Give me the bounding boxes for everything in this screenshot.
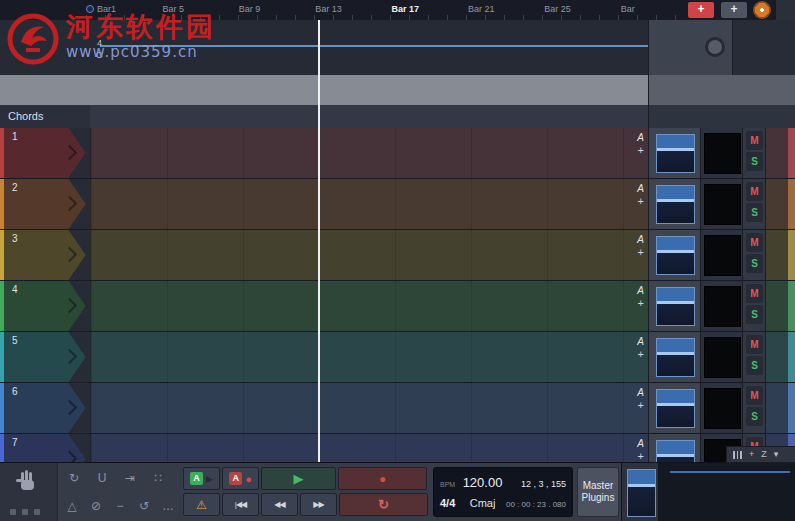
precount-icon[interactable]: ⊘ bbox=[84, 494, 108, 518]
autopunch-play-button[interactable]: A ▶ bbox=[183, 467, 220, 490]
track-fader[interactable] bbox=[656, 389, 695, 428]
solo-button[interactable]: S bbox=[746, 203, 763, 222]
track-header[interactable]: 6 bbox=[4, 383, 90, 433]
track-lane[interactable] bbox=[90, 179, 649, 229]
follow-icon[interactable]: ∷ bbox=[144, 466, 172, 490]
forward-button[interactable]: ▶▶ bbox=[300, 493, 337, 516]
play-glyph-icon: ▶ bbox=[206, 474, 213, 484]
add-automation-button[interactable]: + bbox=[638, 145, 644, 155]
undo-icon[interactable]: ↺ bbox=[132, 494, 156, 518]
add-automation-button[interactable]: + bbox=[638, 349, 644, 359]
watermark: 河东软件园 www.pc0359.cn bbox=[6, 12, 216, 66]
autoscroll-icon[interactable]: ⇥ bbox=[116, 466, 144, 490]
add-automation-button[interactable]: + bbox=[638, 298, 644, 308]
magnet-icon[interactable]: U bbox=[88, 466, 116, 490]
solo-button[interactable]: S bbox=[746, 407, 763, 426]
track-fader[interactable] bbox=[656, 440, 695, 462]
automation-label[interactable]: A bbox=[637, 133, 644, 143]
autopunch-record-button[interactable]: A ● bbox=[222, 467, 259, 490]
track-header[interactable]: 4 bbox=[4, 281, 90, 331]
chords-track-header[interactable]: Chords bbox=[0, 105, 90, 128]
add-automation-button[interactable]: + bbox=[638, 400, 644, 410]
mute-button[interactable]: M bbox=[746, 233, 763, 252]
track-lane[interactable] bbox=[90, 434, 649, 462]
transport-bar: ↻ U ⇥ ∷ △ ⊘ − ↺ … A ▶ A ● bbox=[0, 462, 795, 521]
rewind-button[interactable]: ◀◀ bbox=[261, 493, 298, 516]
track-header[interactable]: 5 bbox=[4, 332, 90, 382]
loop-button[interactable]: ↻ bbox=[339, 493, 428, 516]
track-lane[interactable] bbox=[90, 281, 649, 331]
track-fader[interactable] bbox=[656, 338, 695, 377]
track-lane[interactable] bbox=[90, 332, 649, 382]
add-automation-button[interactable]: + bbox=[638, 451, 644, 461]
track-fader-cell bbox=[648, 281, 701, 331]
mute-button[interactable]: M bbox=[746, 131, 763, 150]
mute-solo-cell: M S bbox=[742, 281, 766, 331]
solo-button[interactable]: S bbox=[746, 305, 763, 324]
track-fader[interactable] bbox=[656, 287, 695, 326]
track-edge-strip bbox=[788, 332, 795, 382]
track-lane[interactable] bbox=[90, 383, 649, 433]
key-signature[interactable]: Cmaj bbox=[470, 497, 496, 509]
track-row: 4 A + M S bbox=[0, 281, 795, 332]
mute-solo-cell: M S bbox=[742, 383, 766, 433]
zoom-in-button[interactable]: + bbox=[749, 448, 754, 461]
automation-label[interactable]: A bbox=[637, 337, 644, 347]
solo-button[interactable]: S bbox=[746, 356, 763, 375]
track-lane[interactable] bbox=[90, 230, 649, 280]
mute-button[interactable]: M bbox=[746, 386, 763, 405]
tool-mini-icons[interactable] bbox=[10, 509, 40, 515]
track-header[interactable]: 7 bbox=[4, 434, 90, 462]
mute-solo-cell: M S bbox=[742, 332, 766, 382]
time-display[interactable]: 00 : 00 : 23 . 080 bbox=[506, 500, 566, 509]
timeline-overview[interactable] bbox=[0, 75, 795, 106]
track-meter-cell bbox=[765, 230, 789, 280]
hand-tool-icon[interactable] bbox=[13, 469, 41, 495]
track-number: 1 bbox=[12, 131, 18, 142]
add-button[interactable]: + bbox=[721, 2, 747, 18]
add-automation-button[interactable]: + bbox=[638, 196, 644, 206]
zoom-z-button[interactable]: Z bbox=[761, 448, 767, 461]
play-button[interactable]: ▶ bbox=[261, 467, 336, 490]
automation-label[interactable]: A bbox=[637, 184, 644, 194]
record-button[interactable]: ● bbox=[338, 467, 427, 490]
track-display-cell bbox=[700, 128, 743, 178]
track-header[interactable]: 2 bbox=[4, 179, 90, 229]
refresh-icon[interactable]: ↻ bbox=[60, 466, 88, 490]
mute-button[interactable]: M bbox=[746, 182, 763, 201]
add-automation-button[interactable]: + bbox=[638, 247, 644, 257]
playhead[interactable] bbox=[318, 20, 320, 462]
master-plugins-button[interactable]: Master Plugins bbox=[577, 467, 619, 517]
zoom-bars-icon[interactable] bbox=[733, 451, 742, 459]
add-track-button[interactable]: + bbox=[688, 2, 714, 18]
solo-button[interactable]: S bbox=[746, 254, 763, 273]
track-meter-cell bbox=[765, 281, 789, 331]
master-fader[interactable] bbox=[627, 469, 656, 517]
track-display-cell bbox=[700, 179, 743, 229]
mute-button[interactable]: M bbox=[746, 335, 763, 354]
chevron-down-icon[interactable]: ▾ bbox=[774, 448, 779, 461]
automation-label[interactable]: A bbox=[637, 286, 644, 296]
target-icon[interactable] bbox=[705, 37, 725, 57]
precount-warning-button[interactable]: ⚠ bbox=[183, 493, 220, 516]
record-monitor-icon[interactable] bbox=[753, 1, 771, 19]
return-to-start-button[interactable]: |◀◀ bbox=[222, 493, 259, 516]
track-lane[interactable] bbox=[90, 128, 649, 178]
automation-label[interactable]: A bbox=[637, 439, 644, 449]
solo-button[interactable]: S bbox=[746, 152, 763, 171]
track-fader[interactable] bbox=[656, 134, 695, 173]
track-fader[interactable] bbox=[656, 236, 695, 275]
minus-icon[interactable]: − bbox=[108, 494, 132, 518]
track-fader[interactable] bbox=[656, 185, 695, 224]
time-signature[interactable]: 4/4 bbox=[440, 497, 455, 509]
automation-label[interactable]: A bbox=[637, 235, 644, 245]
automation-label[interactable]: A bbox=[637, 388, 644, 398]
track-header[interactable]: 1 bbox=[4, 128, 90, 178]
position-display[interactable]: 12 , 3 , 155 bbox=[521, 479, 566, 489]
bpm-value[interactable]: 120.00 bbox=[463, 475, 503, 490]
track-header[interactable]: 3 bbox=[4, 230, 90, 280]
more-icon[interactable]: … bbox=[156, 494, 180, 518]
metronome-icon[interactable]: △ bbox=[60, 494, 84, 518]
chords-track[interactable]: Chords bbox=[0, 105, 795, 129]
mute-button[interactable]: M bbox=[746, 284, 763, 303]
